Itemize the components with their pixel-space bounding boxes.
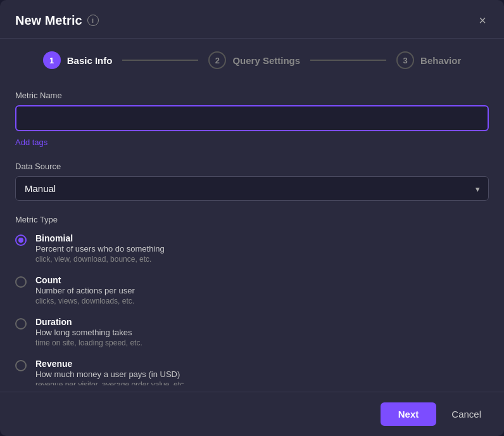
radio-duration-title: Duration (35, 317, 142, 327)
radio-count-content: Count Number of actions per user clicks,… (35, 275, 135, 305)
data-source-wrapper: Manual Snowflake BigQuery ▾ (15, 176, 489, 201)
radio-revenue-desc-sub: revenue per visitor, average order value… (35, 380, 186, 385)
step-1-circle: 1 (43, 51, 61, 69)
modal-header: New Metric i × (0, 0, 504, 39)
radio-binomial[interactable] (15, 234, 27, 246)
step-2-label: Query Settings (232, 55, 300, 66)
radio-count-desc-sub: clicks, views, downloads, etc. (35, 297, 135, 305)
radio-revenue[interactable] (15, 360, 27, 371)
data-source-select[interactable]: Manual Snowflake BigQuery (15, 176, 489, 201)
step-3: 3 Behavior (396, 51, 461, 69)
radio-binomial-desc-sub: click, view, download, bounce, etc. (35, 255, 165, 264)
close-button[interactable]: × (476, 11, 489, 29)
modal-title: New Metric (15, 13, 82, 28)
radio-duration-content: Duration How long something takes time o… (35, 317, 142, 347)
radio-duration-desc-sub: time on site, loading speed, etc. (35, 338, 142, 347)
metric-name-input[interactable] (15, 105, 489, 131)
step-3-label: Behavior (420, 55, 461, 66)
metric-type-label: Metric Type (15, 215, 489, 224)
radio-count-title: Count (35, 275, 135, 285)
radio-revenue-title: Revenue (35, 359, 186, 369)
radio-item-binomial[interactable]: Binomial Percent of users who do somethi… (15, 233, 489, 264)
radio-binomial-desc-main: Percent of users who do something (35, 244, 165, 253)
radio-count[interactable] (15, 276, 27, 288)
modal-footer: Next Cancel (0, 392, 504, 436)
cancel-button[interactable]: Cancel (444, 402, 489, 426)
radio-binomial-title: Binomial (35, 233, 165, 243)
step-2-circle: 2 (208, 51, 226, 69)
next-button[interactable]: Next (381, 402, 437, 426)
radio-count-desc-main: Number of actions per user (35, 286, 135, 295)
radio-binomial-content: Binomial Percent of users who do somethi… (35, 233, 165, 264)
metric-type-section: Metric Type Binomial Percent of users wh… (15, 215, 489, 385)
metric-type-radio-group: Binomial Percent of users who do somethi… (15, 233, 489, 385)
radio-duration[interactable] (15, 318, 27, 330)
data-source-label: Data Source (15, 162, 489, 171)
radio-revenue-content: Revenue How much money a user pays (in U… (35, 359, 186, 385)
radio-item-revenue[interactable]: Revenue How much money a user pays (in U… (15, 359, 489, 385)
modal-content: Metric Name Add tags Data Source Manual … (0, 75, 504, 385)
step-1-label: Basic Info (67, 55, 113, 66)
stepper: 1 Basic Info 2 Query Settings 3 Behavior (0, 39, 504, 75)
radio-duration-desc-main: How long something takes (35, 328, 142, 337)
metric-name-label: Metric Name (15, 91, 489, 100)
step-1: 1 Basic Info (43, 51, 113, 69)
title-row: New Metric i (15, 13, 99, 28)
step-divider-1 (122, 60, 198, 61)
add-tags-link[interactable]: Add tags (15, 138, 47, 147)
radio-revenue-desc-main: How much money a user pays (in USD) (35, 369, 186, 379)
new-metric-modal: New Metric i × 1 Basic Info 2 Query Sett… (0, 0, 504, 436)
radio-item-duration[interactable]: Duration How long something takes time o… (15, 317, 489, 347)
radio-item-count[interactable]: Count Number of actions per user clicks,… (15, 275, 489, 305)
step-2: 2 Query Settings (208, 51, 300, 69)
info-icon[interactable]: i (87, 15, 99, 26)
data-source-section: Data Source Manual Snowflake BigQuery ▾ (15, 162, 489, 201)
step-3-circle: 3 (396, 51, 414, 69)
step-divider-2 (310, 60, 386, 61)
